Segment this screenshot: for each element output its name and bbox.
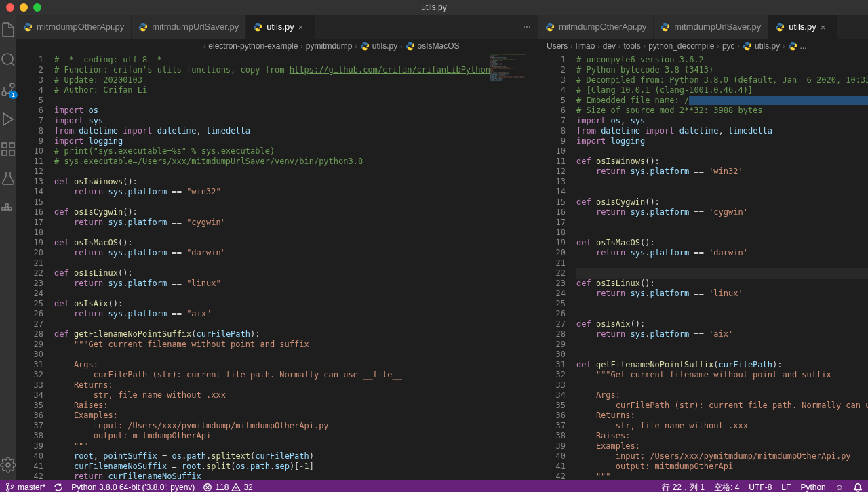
tab-mitmdumpUrlSaver-py[interactable]: mitmdumpUrlSaver.py: [654, 15, 768, 39]
tab-label: mitmdumpOtherApi.py: [559, 22, 646, 32]
problems[interactable]: 118 32: [203, 483, 252, 492]
tabs-left: mitmdumpOtherApi.pymitmdumpUrlSaver.pyut…: [16, 15, 538, 39]
svg-rect-7: [2, 207, 5, 210]
source-control-icon[interactable]: 1: [0, 81, 16, 98]
search-icon[interactable]: [0, 52, 16, 68]
tab-mitmdumpUrlSaver-py[interactable]: mitmdumpUrlSaver.py: [132, 15, 246, 39]
test-icon[interactable]: [0, 171, 16, 187]
docker-icon[interactable]: [0, 201, 16, 217]
breadcrumb-item[interactable]: ...: [800, 41, 807, 51]
tab-utils-py[interactable]: utils.py×: [246, 15, 315, 39]
settings-icon[interactable]: [0, 457, 16, 473]
explorer-icon[interactable]: [0, 22, 16, 38]
tab-label: utils.py: [789, 22, 816, 32]
svg-point-1: [10, 83, 14, 87]
svg-point-16: [12, 485, 14, 488]
editor-group-right: mitmdumpOtherApi.pymitmdumpUrlSaver.pyut…: [538, 15, 868, 480]
svg-point-11: [6, 463, 10, 467]
tab-mitmdumpOtherApi-py[interactable]: mitmdumpOtherApi.py: [538, 15, 654, 39]
window-maximize-button[interactable]: [33, 3, 41, 12]
svg-rect-4: [9, 143, 14, 148]
feedback-icon[interactable]: ☺: [835, 483, 844, 492]
tab-mitmdumpOtherApi-py[interactable]: mitmdumpOtherApi.py: [16, 15, 132, 39]
minimap-left[interactable]: # _*_ coding: utf-8 _*_# Function: crifa…: [490, 54, 538, 480]
gutter-right: 1234567891011121314151617181920212223242…: [538, 54, 576, 480]
sync-icon[interactable]: [54, 483, 63, 492]
close-icon[interactable]: ×: [298, 22, 308, 32]
notifications-icon[interactable]: [853, 483, 863, 492]
tab-label: mitmdumpOtherApi.py: [37, 22, 124, 32]
breadcrumb-item[interactable]: Users: [547, 41, 568, 51]
breadcrumb-item[interactable]: tools: [623, 41, 640, 51]
window-title: utils.py: [421, 3, 446, 12]
svg-rect-9: [5, 204, 8, 207]
breadcrumb-item[interactable]: osIsMacOS: [418, 41, 460, 51]
breadcrumb-item[interactable]: limao: [576, 41, 595, 51]
more-icon[interactable]: ⋯: [523, 22, 531, 32]
title-bar: utils.py: [0, 0, 868, 15]
svg-point-14: [7, 483, 9, 486]
svg-rect-5: [2, 150, 7, 155]
tab-label: utils.py: [267, 22, 294, 32]
python-interpreter[interactable]: Python 3.8.0 64-bit ('3.8.0': pyenv): [71, 483, 195, 492]
svg-point-0: [2, 54, 13, 64]
window-minimize-button[interactable]: [20, 3, 28, 12]
breadcrumb-item[interactable]: pymitmdump: [306, 41, 353, 51]
encoding[interactable]: UTF-8: [749, 483, 772, 492]
status-bar: master* Python 3.8.0 64-bit ('3.8.0': py…: [0, 480, 868, 492]
window-close-button[interactable]: [6, 3, 14, 12]
git-branch[interactable]: master*: [5, 483, 45, 492]
breadcrumb-item[interactable]: dev: [603, 41, 616, 51]
activity-bar: 1: [0, 15, 16, 480]
tabs-right: mitmdumpOtherApi.pymitmdumpUrlSaver.pyut…: [538, 15, 868, 39]
indentation[interactable]: 空格: 4: [714, 482, 739, 493]
svg-rect-3: [2, 143, 7, 148]
svg-rect-10: [9, 207, 12, 210]
gutter-left: 1234567891011121314151617181920212223242…: [16, 54, 54, 480]
python-file-icon: [775, 22, 785, 32]
code-editor-right[interactable]: # uncompyle6 version 3.6.2# Python bytec…: [576, 54, 868, 480]
svg-point-2: [2, 91, 6, 96]
breadcrumbs-right[interactable]: Users›limao›dev›tools›python_decompile›p…: [538, 39, 868, 54]
close-icon[interactable]: ×: [821, 22, 830, 32]
python-file-icon: [138, 22, 148, 32]
python-file-icon: [23, 22, 33, 32]
python-file-icon: [545, 22, 555, 32]
tab-label: mitmdumpUrlSaver.py: [674, 22, 761, 32]
svg-rect-6: [9, 150, 14, 155]
python-file-icon: [253, 22, 262, 32]
breadcrumb-item[interactable]: utils.py: [755, 41, 780, 51]
python-file-icon: [660, 22, 670, 32]
breadcrumb-item[interactable]: pyc: [722, 41, 735, 51]
tab-utils-py[interactable]: utils.py×: [768, 15, 837, 39]
breadcrumbs-left[interactable]: ›electron-python-example›pymitmdump›util…: [16, 39, 538, 54]
breadcrumb-item[interactable]: python_decompile: [648, 41, 714, 51]
language-mode[interactable]: Python: [800, 483, 825, 492]
debug-icon[interactable]: [0, 111, 16, 127]
svg-rect-8: [5, 207, 8, 210]
breadcrumb-item[interactable]: electron-python-example: [208, 41, 298, 51]
cursor-position[interactable]: 行 22，列 1: [662, 482, 705, 493]
breadcrumb-item[interactable]: utils.py: [372, 41, 397, 51]
editor-group-left: mitmdumpOtherApi.pymitmdumpUrlSaver.pyut…: [16, 15, 538, 480]
eol[interactable]: LF: [781, 483, 791, 492]
tab-label: mitmdumpUrlSaver.py: [152, 22, 239, 32]
extensions-icon[interactable]: [0, 141, 16, 157]
code-editor-left[interactable]: # _*_ coding: utf-8 _*_# Function: crifa…: [54, 54, 490, 480]
